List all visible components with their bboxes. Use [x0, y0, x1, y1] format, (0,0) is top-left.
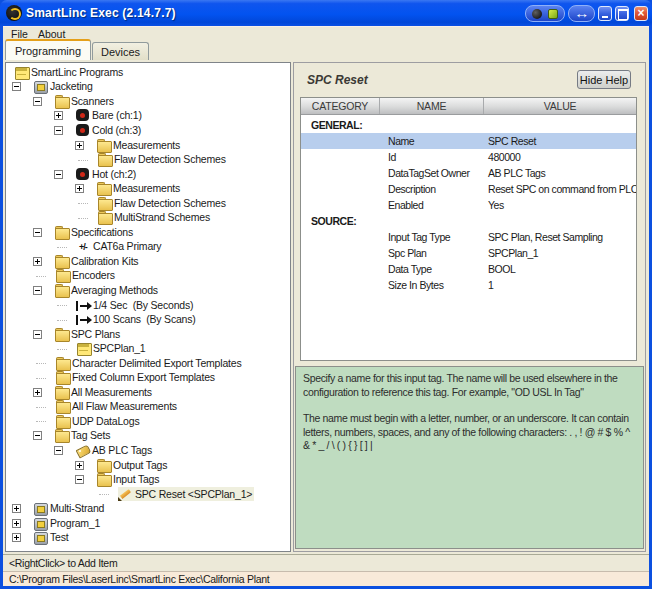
column-header-category[interactable]: CATEGORY: [301, 98, 380, 114]
tree-item-character-delimited-export-templates[interactable]: Character Delimited Export Templates: [6, 356, 290, 371]
tree-item-smartlinc-programs[interactable]: SmartLinc Programs: [6, 65, 290, 80]
folder-icon: [54, 226, 68, 239]
tree-item-ab-plc-tags[interactable]: AB PLC Tags: [6, 443, 290, 458]
minimize-button[interactable]: [598, 6, 612, 21]
tree-item-udp-datalogs[interactable]: UDP DataLogs: [6, 414, 290, 429]
plugin-icon[interactable]: [548, 9, 558, 19]
collapse-icon[interactable]: [12, 82, 21, 91]
avg-icon: [76, 301, 90, 311]
titlebar-widget-pill[interactable]: [525, 5, 565, 22]
tree-item-label: Specifications: [69, 226, 135, 239]
tree-item-all-measurements[interactable]: All Measurements: [6, 385, 290, 400]
tree-item-all-flaw-measurements[interactable]: All Flaw Measurements: [6, 400, 290, 415]
expand-icon[interactable]: [12, 504, 21, 513]
collapse-icon[interactable]: [33, 228, 42, 237]
collapse-icon[interactable]: [54, 126, 63, 135]
tree-item-bare-ch-1[interactable]: Bare (ch:1): [6, 109, 290, 124]
close-button[interactable]: [634, 6, 648, 21]
folder-icon: [96, 473, 110, 486]
cell-name: Enabled: [380, 199, 484, 211]
folder-icon: [55, 400, 69, 413]
collapse-icon[interactable]: [54, 170, 63, 179]
property-row-general[interactable]: GENERAL:: [301, 117, 636, 133]
expand-icon[interactable]: [75, 461, 84, 470]
property-row-data-type[interactable]: Data TypeBOOL: [301, 261, 636, 277]
expand-icon[interactable]: [12, 533, 21, 542]
scanner-icon: [75, 124, 89, 137]
tree-item-flaw-detection-schemes[interactable]: Flaw Detection Schemes: [6, 152, 290, 167]
tree-item-1-4-sec-by-seconds[interactable]: 1/4 Sec (By Seconds): [6, 298, 290, 313]
tree-item-cold-ch-3[interactable]: Cold (ch:3): [6, 123, 290, 138]
tree-item-scanners[interactable]: Scanners: [6, 94, 290, 109]
tree-item-cat6a-primary[interactable]: CAT6a Primary: [6, 240, 290, 255]
avg-icon: [76, 315, 90, 325]
tab-programming[interactable]: Programming: [5, 39, 91, 60]
tree-item-multi-strand[interactable]: Multi-Strand: [6, 501, 290, 516]
tree-item-averaging-methods[interactable]: Averaging Methods: [6, 283, 290, 298]
tree-item-label: Fixed Column Export Templates: [70, 371, 217, 384]
tree-item-program-1[interactable]: Program_1: [6, 516, 290, 531]
property-row-id[interactable]: Id480000: [301, 149, 636, 165]
tree-indent: [33, 400, 55, 415]
panel-title: SPC Reset: [307, 73, 368, 87]
expand-icon[interactable]: [54, 111, 63, 120]
tree-item-spc-reset-spcplan-1[interactable]: SPC Reset <SPCPlan_1>: [6, 487, 290, 502]
property-row-enabled[interactable]: EnabledYes: [301, 197, 636, 213]
tree-item-label: Averaging Methods: [69, 284, 160, 297]
tree-item-label: Cold (ch:3): [90, 124, 143, 137]
expand-icon[interactable]: [33, 257, 42, 266]
expand-icon[interactable]: [12, 519, 21, 528]
tree-item-multistrand-schemes[interactable]: MultiStrand Schemes: [6, 210, 290, 225]
column-header-value[interactable]: VALUE: [484, 98, 636, 114]
property-row-spc-plan[interactable]: Spc PlanSPCPlan_1: [301, 245, 636, 261]
tree-item-specifications[interactable]: Specifications: [6, 225, 290, 240]
property-row-name[interactable]: NameSPC Reset: [301, 133, 636, 149]
maximize-button[interactable]: [615, 6, 629, 21]
tree-item-output-tags[interactable]: Output Tags: [6, 458, 290, 473]
cell-name: Spc Plan: [380, 247, 484, 259]
collapse-icon[interactable]: [33, 431, 42, 440]
tree-item-fixed-column-export-templates[interactable]: Fixed Column Export Templates: [6, 370, 290, 385]
collapse-icon[interactable]: [33, 286, 42, 295]
expand-icon[interactable]: [75, 184, 84, 193]
tab-strip: ProgrammingDevices: [3, 40, 649, 60]
speaker-icon[interactable]: [532, 9, 542, 19]
tree-item-calibration-kits[interactable]: Calibration Kits: [6, 254, 290, 269]
collapse-icon[interactable]: [33, 97, 42, 106]
folder-icon: [55, 269, 69, 282]
cell-name: Input Tag Type: [380, 231, 484, 243]
collapse-icon[interactable]: [75, 475, 84, 484]
tree-item-flaw-detection-schemes[interactable]: Flaw Detection Schemes: [6, 196, 290, 211]
tree-item-tag-sets[interactable]: Tag Sets: [6, 429, 290, 444]
window-title: SmartLinc Exec (2.14.7.7): [26, 6, 176, 20]
tree-item-encoders[interactable]: Encoders: [6, 269, 290, 284]
tree-item-label: All Flaw Measurements: [70, 400, 179, 413]
property-row-size-in-bytes[interactable]: Size In Bytes1: [301, 277, 636, 293]
property-row-input-tag-type[interactable]: Input Tag TypeSPC Plan, Reset Sampling: [301, 229, 636, 245]
titlebar-arrows-pill[interactable]: ↔: [568, 5, 595, 22]
tree-item-spc-plans[interactable]: SPC Plans: [6, 327, 290, 342]
tree-item-jacketing[interactable]: Jacketing: [6, 80, 290, 95]
tree-indent: [54, 341, 76, 356]
resize-arrows-icon: ↔: [574, 6, 590, 21]
collapse-icon[interactable]: [33, 330, 42, 339]
hide-help-button[interactable]: Hide Help: [577, 70, 631, 89]
expand-icon[interactable]: [75, 141, 84, 150]
property-row-description[interactable]: DescriptionReset SPC on command from PLC: [301, 181, 636, 197]
tree-item-measurements[interactable]: Measurements: [6, 138, 290, 153]
tree-item-100-scans-by-scans[interactable]: 100 Scans (By Scans): [6, 312, 290, 327]
tree-item-measurements[interactable]: Measurements: [6, 181, 290, 196]
tree-item-hot-ch-2[interactable]: Hot (ch:2): [6, 167, 290, 182]
collapse-icon[interactable]: [54, 446, 63, 455]
tree-item-input-tags[interactable]: Input Tags: [6, 472, 290, 487]
tree-item-test[interactable]: Test: [6, 531, 290, 546]
cell-value: Yes: [484, 199, 636, 211]
tree-item-spcplan-1[interactable]: SPCPlan_1: [6, 341, 290, 356]
tab-devices[interactable]: Devices: [92, 42, 149, 60]
property-row-source[interactable]: SOURCE:: [301, 213, 636, 229]
tree-indent: [33, 356, 55, 371]
column-header-name[interactable]: NAME: [380, 98, 484, 114]
folder-icon: [54, 386, 68, 399]
expand-icon[interactable]: [33, 388, 42, 397]
property-row-datatagset-owner[interactable]: DataTagSet OwnerAB PLC Tags: [301, 165, 636, 181]
